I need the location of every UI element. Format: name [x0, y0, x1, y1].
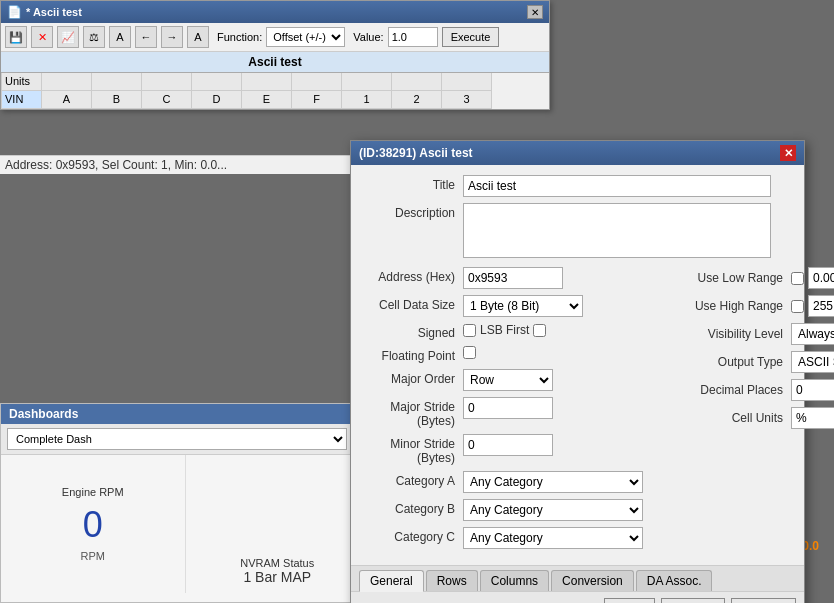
- cell-vin-d[interactable]: D: [192, 91, 242, 109]
- category-c-row: Category C Any Category: [363, 527, 673, 549]
- cell-vin-f[interactable]: F: [292, 91, 342, 109]
- cell-data-size-label: Cell Data Size: [363, 295, 463, 312]
- decimal-places-input[interactable]: [791, 379, 834, 401]
- engine-rpm-unit: RPM: [81, 550, 105, 562]
- col-header-2: [392, 73, 442, 91]
- lsb-first-checkbox[interactable]: [533, 324, 546, 337]
- cursor-icon[interactable]: A: [109, 26, 131, 48]
- scale-icon[interactable]: ⚖: [83, 26, 105, 48]
- left-col: Address (Hex) Cell Data Size 1 Byte (8 B…: [363, 267, 673, 555]
- use-low-range-row: Use Low Range: [681, 267, 834, 289]
- status-text: Address: 0x9593, Sel Count: 1, Min: 0.0.…: [5, 158, 227, 172]
- category-b-row: Category B Any Category: [363, 499, 673, 521]
- dialog-body: Title Description Address (Hex) Cell Dat…: [351, 165, 804, 565]
- toolbar: 💾 ✕ 📈 ⚖ A ← → A Function: Offset (+/-) V…: [1, 23, 549, 52]
- cell-units-row: Cell Units: [681, 407, 834, 429]
- cell-units-input[interactable]: [791, 407, 834, 429]
- text-icon[interactable]: A: [187, 26, 209, 48]
- dialog-title: (ID:38291) Ascii test: [359, 146, 473, 160]
- output-type-label: Output Type: [681, 355, 791, 369]
- category-c-label: Category C: [363, 527, 463, 544]
- major-stride-row: Major Stride (Bytes): [363, 397, 673, 428]
- cell-vin-e[interactable]: E: [242, 91, 292, 109]
- tab-da-assoc[interactable]: DA Assoc.: [636, 570, 713, 591]
- tab-columns[interactable]: Columns: [480, 570, 549, 591]
- cell-vin-2[interactable]: 2: [392, 91, 442, 109]
- description-row: Description: [363, 203, 792, 261]
- description-wrapper: [463, 203, 771, 261]
- output-type-row: Output Type ASCII String: [681, 351, 834, 373]
- close-button[interactable]: Close: [731, 598, 796, 603]
- cell-vin-c[interactable]: C: [142, 91, 192, 109]
- description-label: Description: [363, 203, 463, 220]
- cell-data-size-row: Cell Data Size 1 Byte (8 Bit): [363, 295, 673, 317]
- col-header-f: [292, 73, 342, 91]
- visibility-level-select[interactable]: Always: [791, 323, 834, 345]
- use-high-range-checkbox[interactable]: [791, 300, 804, 313]
- title-input[interactable]: [463, 175, 771, 197]
- value-label: Value:: [353, 31, 383, 43]
- status-bar: Address: 0x9593, Sel Count: 1, Min: 0.0.…: [0, 155, 350, 174]
- tab-conversion[interactable]: Conversion: [551, 570, 634, 591]
- dialog-close-button[interactable]: ✕: [780, 145, 796, 161]
- col-header-d: [192, 73, 242, 91]
- arrow-right-icon[interactable]: →: [161, 26, 183, 48]
- category-c-select[interactable]: Any Category: [463, 527, 643, 549]
- ascii-test-bg-window: 📄 * Ascii test ✕ 💾 ✕ 📈 ⚖ A ← → A Functio…: [0, 0, 550, 110]
- grid-header: Ascii test: [1, 52, 549, 73]
- function-label: Function:: [217, 31, 262, 43]
- main-dialog: (ID:38291) Ascii test ✕ Title Descriptio…: [350, 140, 805, 603]
- title-row: Title: [363, 175, 792, 197]
- address-input[interactable]: [463, 267, 563, 289]
- dashboard-select[interactable]: Complete Dash: [7, 428, 347, 450]
- use-high-range-label: Use High Range: [681, 299, 791, 313]
- apply-button[interactable]: Apply: [661, 598, 725, 603]
- signed-checkbox[interactable]: [463, 324, 476, 337]
- ok-button[interactable]: OK: [604, 598, 655, 603]
- description-textarea[interactable]: [463, 203, 771, 258]
- major-order-row: Major Order Row: [363, 369, 673, 391]
- dialog-titlebar: (ID:38291) Ascii test ✕: [351, 141, 804, 165]
- category-b-select[interactable]: Any Category: [463, 499, 643, 521]
- signed-row: Signed LSB First: [363, 323, 673, 340]
- floating-point-checkbox[interactable]: [463, 346, 476, 359]
- use-high-range-row: Use High Range: [681, 295, 834, 317]
- output-type-select[interactable]: ASCII String: [791, 351, 834, 373]
- dashboard-content: Engine RPM 0 RPM NVRAM Status 1 Bar MAP: [1, 455, 369, 593]
- arrow-left-icon[interactable]: ←: [135, 26, 157, 48]
- category-a-select[interactable]: Any Category: [463, 471, 643, 493]
- tab-general[interactable]: General: [359, 570, 424, 592]
- close-icon[interactable]: ✕: [527, 5, 543, 19]
- dashboard-area: Dashboards Complete Dash ▼ Engine RPM 0 …: [0, 403, 370, 603]
- use-low-range-input[interactable]: [808, 267, 834, 289]
- col-header-3: [442, 73, 492, 91]
- dialog-footer: OK Apply Close: [351, 591, 804, 603]
- function-select[interactable]: Offset (+/-): [266, 27, 345, 47]
- cell-vin-3[interactable]: 3: [442, 91, 492, 109]
- delete-icon[interactable]: ✕: [31, 26, 53, 48]
- cell-vin-b[interactable]: B: [92, 91, 142, 109]
- save-icon[interactable]: 💾: [5, 26, 27, 48]
- cell-data-size-select[interactable]: 1 Byte (8 Bit): [463, 295, 583, 317]
- major-order-label: Major Order: [363, 369, 463, 386]
- floating-point-row: Floating Point: [363, 346, 673, 363]
- dialog-tabs: General Rows Columns Conversion DA Assoc…: [351, 565, 804, 591]
- col-header-c: [142, 73, 192, 91]
- tab-rows[interactable]: Rows: [426, 570, 478, 591]
- use-high-range-input[interactable]: [808, 295, 834, 317]
- minor-stride-input[interactable]: [463, 434, 553, 456]
- cell-vin-a[interactable]: A: [42, 91, 92, 109]
- value-input[interactable]: [388, 27, 438, 47]
- chart-icon[interactable]: 📈: [57, 26, 79, 48]
- grid-area: Units VIN A B C D E F 1 2 3: [1, 73, 549, 109]
- major-order-select[interactable]: Row: [463, 369, 553, 391]
- cell-vin-1[interactable]: 1: [342, 91, 392, 109]
- execute-button[interactable]: Execute: [442, 27, 500, 47]
- major-stride-input[interactable]: [463, 397, 553, 419]
- visibility-level-label: Visibility Level: [681, 327, 791, 341]
- nvram-status-value: 1 Bar MAP: [243, 569, 311, 585]
- category-a-label: Category A: [363, 471, 463, 488]
- major-stride-label: Major Stride (Bytes): [363, 397, 463, 428]
- use-low-range-checkbox[interactable]: [791, 272, 804, 285]
- bg-window-icon: 📄: [7, 5, 22, 19]
